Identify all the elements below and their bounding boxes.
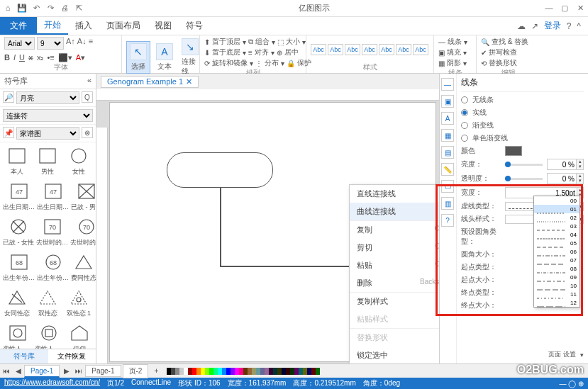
style-swatch[interactable]: Abc <box>379 44 394 55</box>
rp-page-icon[interactable]: ▤ <box>441 146 454 159</box>
tab-symbol[interactable]: 符号 <box>179 17 210 35</box>
shape-item[interactable]: 70去世时的… <box>70 216 96 247</box>
connector-tool[interactable]: ↘连接线 <box>179 37 201 78</box>
rotate-mirror[interactable]: ⟳旋转和镜像 ▾ ⋮分布 ▾ 🔒保护 <box>204 58 311 68</box>
home-icon[interactable]: ⌂ <box>3 4 13 13</box>
dash-option[interactable]: 06 <box>534 247 579 256</box>
page-last-icon[interactable]: ⏭ <box>72 367 85 375</box>
dash-option[interactable]: 03 <box>534 222 579 230</box>
dash-option[interactable]: 08 <box>534 264 579 273</box>
tab-start[interactable]: 开始 <box>37 17 68 35</box>
shape-item[interactable]: 70去世时的… <box>36 216 68 247</box>
context-menu-item[interactable]: 锁定选中 <box>350 346 439 363</box>
italic-icon[interactable]: I <box>13 53 16 62</box>
context-menu-item[interactable]: 直线连接线 <box>350 185 439 203</box>
help-icon[interactable]: ? <box>567 21 572 31</box>
page-next-icon[interactable]: ▶ <box>61 367 72 375</box>
rp-data-icon[interactable]: ▥ <box>441 197 454 210</box>
style-swatch[interactable]: Abc <box>413 44 428 55</box>
dash-option[interactable]: 02 <box>534 213 579 222</box>
opt-gradient[interactable]: 渐变线 <box>461 120 584 130</box>
opt-solid[interactable]: 实线 <box>461 108 584 118</box>
shape-item[interactable]: 双性恋 1 <box>65 287 93 318</box>
connector-horizontal[interactable] <box>220 266 362 267</box>
dash-option[interactable]: 10 <box>534 281 579 290</box>
rp-layer-icon[interactable]: ▭ <box>441 180 454 193</box>
fill-style[interactable]: ▣填充 ▾ <box>438 47 467 57</box>
close-icon[interactable]: ✕ <box>575 4 585 13</box>
opacity-slider[interactable] <box>505 178 543 180</box>
dash-option[interactable]: 01 <box>534 205 579 213</box>
shape-item[interactable]: 变性人 -… <box>35 322 65 349</box>
rounded-rect-shape[interactable] <box>167 152 273 188</box>
shrink-font-icon[interactable]: A↓ <box>77 37 87 50</box>
sidebar-collapse-icon[interactable]: « <box>87 76 91 86</box>
opacity-spin[interactable]: ▴▾ <box>547 173 584 184</box>
highlight-icon[interactable]: ⬛▾ <box>58 53 72 62</box>
style-swatch[interactable]: Abc <box>345 44 360 55</box>
style-swatch[interactable]: Abc <box>362 44 377 55</box>
category-select-2[interactable]: 连接符 <box>3 109 93 122</box>
context-menu-item[interactable]: 剪切Ctrl+X <box>350 239 439 256</box>
brightness-spin[interactable]: ▴▾ <box>547 159 584 170</box>
page-tab-2[interactable]: 页-2 <box>123 364 149 378</box>
dash-option[interactable]: 09 <box>534 273 579 281</box>
login-link[interactable]: 登录 <box>544 20 561 32</box>
category-select-3[interactable]: 家谱图 <box>16 127 79 140</box>
font-size-select[interactable]: 9 <box>37 37 64 50</box>
rp-ruler-icon[interactable]: 📏 <box>441 163 454 176</box>
context-menu-item[interactable]: 删除Backspace <box>350 274 439 293</box>
tab-view[interactable]: 视图 <box>148 17 179 35</box>
font-name-select[interactable]: Arial <box>4 37 35 50</box>
rp-help-icon[interactable]: ? <box>441 214 454 227</box>
font-color-icon[interactable]: A▾ <box>76 53 85 62</box>
sub-icon[interactable]: x₂ <box>37 53 44 62</box>
close-doc-icon[interactable]: ✕ <box>186 77 192 86</box>
color-swatch[interactable] <box>316 368 320 375</box>
tab-insert[interactable]: 插入 <box>68 17 99 35</box>
shape-item[interactable]: 68出生年份… <box>37 252 69 283</box>
opt-mono[interactable]: 单色渐变线 <box>461 133 584 143</box>
cloud-icon[interactable]: ☁ <box>517 21 526 31</box>
color-swatch[interactable] <box>505 146 522 156</box>
find-replace[interactable]: 🔍查找 & 替换 <box>481 37 528 47</box>
context-menu-item[interactable]: 复制Ctrl+C <box>350 221 439 239</box>
line-style[interactable]: —线条 ▾ <box>438 37 467 47</box>
rp-shadow-icon[interactable]: ▦ <box>441 129 454 142</box>
underline-icon[interactable]: U <box>19 53 25 62</box>
rp-line-icon[interactable]: — <box>441 78 454 91</box>
print-icon[interactable]: 🖨 <box>60 4 70 13</box>
style-swatch[interactable]: Abc <box>311 44 326 55</box>
shape-item[interactable]: 信仰 <box>66 322 93 349</box>
shape-item[interactable]: 女同性恋 <box>3 287 31 318</box>
minimize-icon[interactable]: — <box>544 4 554 13</box>
connector-vertical[interactable] <box>220 188 221 266</box>
shape-item[interactable]: 47出生日期… <box>37 181 69 212</box>
search-icon[interactable]: 🔎 <box>3 91 14 103</box>
dash-option[interactable]: 11 <box>534 290 579 298</box>
shape-item[interactable]: 变性人 -… <box>3 322 33 349</box>
grow-font-icon[interactable]: A↑ <box>66 37 75 50</box>
bring-front[interactable]: ⬆置于顶层 ▾ ⧉组合 ▾ ⬚大小 ▾ <box>204 37 311 47</box>
page-tab-1b[interactable]: Page-1 <box>85 365 121 377</box>
dash-option[interactable]: 04 <box>534 230 579 239</box>
select-tool[interactable]: ↖选择 <box>126 41 150 74</box>
shape-item[interactable]: 双性恋 <box>33 287 62 318</box>
text-tool[interactable]: A文本 <box>153 42 176 73</box>
shape-item[interactable]: 47出生日期… <box>3 181 35 212</box>
style-swatch[interactable]: Abc <box>328 44 343 55</box>
close-lib-icon[interactable]: ⊗ <box>82 127 93 138</box>
rp-text-icon[interactable]: A <box>441 112 454 125</box>
page-setup-link[interactable]: 页面 设置 <box>548 350 576 359</box>
shape-item[interactable]: 费同性态 <box>71 252 96 283</box>
doc-tab-active[interactable]: Genogram Example 1✕ <box>101 76 199 88</box>
category-select-1[interactable]: 月亮 <box>16 91 79 104</box>
share-icon[interactable]: ↗ <box>531 21 538 31</box>
file-button[interactable]: 文件 <box>0 17 37 35</box>
context-menu-item[interactable]: 粘贴Ctrl+V <box>350 256 439 274</box>
color-bar[interactable] <box>167 368 320 375</box>
spell-check[interactable]: ✔拼写检查 <box>481 47 528 57</box>
replace-shape[interactable]: ⟲替换形状 <box>481 58 528 68</box>
pin-icon[interactable]: 📌 <box>3 127 14 138</box>
add-page-icon[interactable]: + <box>150 367 162 375</box>
